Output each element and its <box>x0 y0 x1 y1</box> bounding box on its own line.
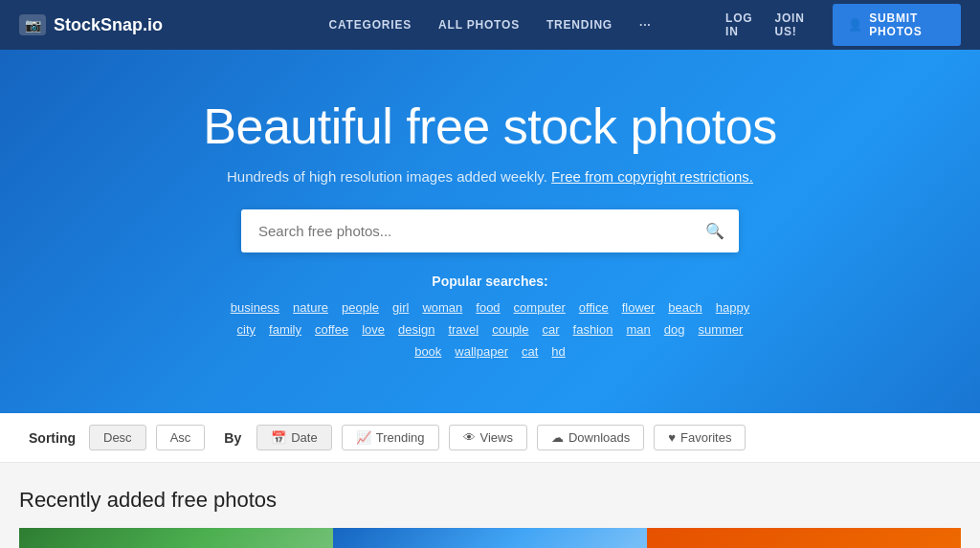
views-icon: 👁 <box>463 430 476 445</box>
trending-icon: 📈 <box>356 430 371 445</box>
tag-fashion[interactable]: fashion <box>568 320 619 339</box>
tag-beach[interactable]: beach <box>662 298 707 317</box>
nav-trending[interactable]: TRENDING <box>546 18 612 32</box>
sort-date-option[interactable]: 📅 Date <box>256 425 331 450</box>
tag-car[interactable]: car <box>536 320 565 339</box>
by-label: By <box>224 430 241 446</box>
search-input[interactable] <box>241 209 739 252</box>
tag-coffee[interactable]: coffee <box>309 320 354 339</box>
search-button[interactable]: 🔍 <box>691 209 739 252</box>
tag-row-3: book wallpaper cat hd <box>409 342 571 361</box>
views-label: Views <box>480 430 513 445</box>
tag-couple[interactable]: couple <box>486 320 534 339</box>
submit-photos-button[interactable]: 👤 SUBMIT PHOTOS <box>833 4 961 46</box>
popular-label: Popular searches: <box>19 274 961 289</box>
tag-city[interactable]: city <box>232 320 262 339</box>
trending-label: Trending <box>376 430 425 445</box>
tag-happy[interactable]: happy <box>710 298 755 317</box>
date-icon: 📅 <box>271 430 286 445</box>
search-bar: 🔍 <box>241 209 739 252</box>
favorites-label: Favorites <box>680 430 731 445</box>
sort-desc-button[interactable]: Desc <box>89 425 146 450</box>
nav-all-photos[interactable]: ALL PHOTOS <box>438 18 520 32</box>
copyright-link[interactable]: Free from copyright restrictions. <box>551 168 753 185</box>
tag-summer[interactable]: summer <box>692 320 748 339</box>
date-label: Date <box>291 430 317 445</box>
downloads-label: Downloads <box>568 430 630 445</box>
tag-rows: business nature people girl woman food c… <box>19 298 961 361</box>
photo-grid <box>19 528 961 548</box>
sort-trending-option[interactable]: 📈 Trending <box>342 425 439 450</box>
login-link[interactable]: LOG IN <box>725 11 760 38</box>
tag-travel[interactable]: travel <box>442 320 484 339</box>
recently-section: Recently added free photos <box>0 463 980 548</box>
tag-design[interactable]: design <box>392 320 440 339</box>
sort-favorites-option[interactable]: ♥ Favorites <box>654 425 746 450</box>
tag-business[interactable]: business <box>225 298 285 317</box>
hero-heading: Beautiful free stock photos <box>19 98 961 155</box>
tag-family[interactable]: family <box>263 320 307 339</box>
sorting-label: Sorting <box>29 430 76 446</box>
sort-asc-button[interactable]: Asc <box>156 425 206 450</box>
tag-cat[interactable]: cat <box>516 342 544 361</box>
camera-icon: 📷 <box>19 14 46 35</box>
photo-thumb-1[interactable] <box>19 528 333 548</box>
recently-heading: Recently added free photos <box>19 488 961 513</box>
hero-subtext: Hundreds of high resolution images added… <box>19 168 961 185</box>
tag-people[interactable]: people <box>336 298 385 317</box>
tag-man[interactable]: man <box>620 320 656 339</box>
sort-downloads-option[interactable]: ☁ Downloads <box>537 425 644 450</box>
photo-thumb-2[interactable] <box>333 528 647 548</box>
tag-food[interactable]: food <box>470 298 505 317</box>
tag-girl[interactable]: girl <box>387 298 414 317</box>
sort-views-option[interactable]: 👁 Views <box>449 425 527 450</box>
tag-book[interactable]: book <box>409 342 447 361</box>
navbar: 📷 StockSnap.io CATEGORIES ALL PHOTOS TRE… <box>0 0 980 50</box>
tag-nature[interactable]: nature <box>287 298 334 317</box>
join-link[interactable]: JOIN US! <box>775 11 818 38</box>
tag-office[interactable]: office <box>573 298 614 317</box>
hero-subtext-main: Hundreds of high resolution images added… <box>227 168 547 185</box>
tag-dog[interactable]: dog <box>658 320 691 339</box>
tag-wallpaper[interactable]: wallpaper <box>449 342 514 361</box>
tag-row-1: business nature people girl woman food c… <box>225 298 755 317</box>
submit-label: SUBMIT PHOTOS <box>869 11 946 38</box>
tag-hd[interactable]: hd <box>546 342 570 361</box>
nav-categories[interactable]: CATEGORIES <box>329 18 412 32</box>
downloads-icon: ☁ <box>551 430 564 445</box>
tag-row-2: city family coffee love design travel co… <box>232 320 749 339</box>
tag-love[interactable]: love <box>356 320 390 339</box>
brand-name: StockSnap.io <box>54 15 163 35</box>
nav-links: CATEGORIES ALL PHOTOS TRENDING ··· <box>255 18 725 32</box>
tag-flower[interactable]: flower <box>616 298 661 317</box>
photo-thumb-3[interactable] <box>647 528 961 548</box>
navbar-right: LOG IN JOIN US! 👤 SUBMIT PHOTOS <box>725 4 961 46</box>
popular-searches: Popular searches: business nature people… <box>19 274 961 361</box>
favorites-icon: ♥ <box>668 430 676 445</box>
hero-section: Beautiful free stock photos Hundreds of … <box>0 50 980 413</box>
nav-more[interactable]: ··· <box>639 18 651 32</box>
tag-computer[interactable]: computer <box>508 298 571 317</box>
sorting-bar: Sorting Desc Asc By 📅 Date 📈 Trending 👁 … <box>0 413 980 463</box>
brand[interactable]: 📷 StockSnap.io <box>19 14 255 35</box>
tag-woman[interactable]: woman <box>416 298 468 317</box>
submit-icon: 👤 <box>848 18 863 32</box>
